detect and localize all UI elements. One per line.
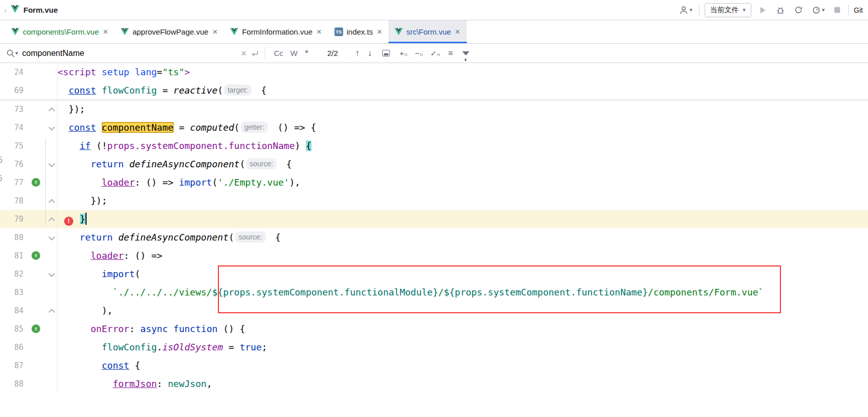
gutter[interactable]: 84 <box>0 302 57 320</box>
tab-label: index.ts <box>347 27 373 36</box>
code-text: formJson: newJson, <box>57 375 868 393</box>
debug-button[interactable] <box>774 4 787 17</box>
code-line[interactable]: 87 const { <box>0 356 868 375</box>
gutter[interactable]: 81↑ <box>0 247 57 265</box>
code-token: props.systemComponent.functionName <box>107 140 295 151</box>
search-in-selection-icon[interactable] <box>382 50 390 56</box>
search-input[interactable]: ▾ componentName × <box>6 49 260 58</box>
code-token: return <box>79 232 113 243</box>
code-line[interactable]: 69 const flowConfig = reactive(target: { <box>0 81 868 100</box>
code-line[interactable]: 84 ), <box>0 302 868 320</box>
line-number: 74 <box>0 118 23 137</box>
regex-toggle[interactable]: * <box>301 46 312 61</box>
gutter[interactable]: 80 <box>0 228 57 247</box>
code-token: }); <box>58 195 107 206</box>
code-text: return defineAsyncComponent(source: { <box>57 228 868 247</box>
new-line-icon[interactable] <box>250 49 260 58</box>
fold-up-icon[interactable] <box>48 107 54 113</box>
close-tab-icon[interactable]: × <box>102 27 108 36</box>
code-line[interactable]: 77↑ loader: () => import('./Empty.vue'), <box>0 173 868 192</box>
gutter[interactable]: 82 <box>0 265 57 283</box>
editor-tab[interactable]: approveFlowPage.vue× <box>115 20 224 43</box>
remove-occurrence-button[interactable]: − II <box>411 48 427 58</box>
code-text: loader: () => <box>57 247 868 265</box>
override-marker-icon[interactable]: ↑ <box>32 324 40 333</box>
previous-occurrence-button[interactable]: ↑ <box>351 47 364 59</box>
filter-icon[interactable] <box>462 51 469 55</box>
gutter[interactable]: 85↑ <box>0 320 57 338</box>
next-occurrence-button[interactable]: ↓ <box>363 47 376 59</box>
code-token: . <box>157 342 162 352</box>
gutter[interactable]: 76 <box>0 155 57 173</box>
editor-tab[interactable]: components\Form.vue× <box>5 20 115 43</box>
coverage-button[interactable] <box>792 4 805 16</box>
breadcrumb-chevron-icon[interactable]: › <box>4 6 7 14</box>
override-marker-icon[interactable]: ↑ <box>32 251 40 260</box>
code-token: ) <box>295 140 306 151</box>
gutter[interactable]: 86 <box>0 338 57 356</box>
fold-up-icon[interactable] <box>48 308 54 314</box>
editor[interactable]: 24<script setup lang="ts">69 const flowC… <box>0 63 868 417</box>
editor-tab[interactable]: FormInformation.vue× <box>224 20 328 43</box>
run-button[interactable] <box>757 4 769 16</box>
stop-button[interactable] <box>831 4 843 16</box>
code-token: reactive <box>174 85 218 96</box>
fold-down-icon[interactable] <box>48 272 54 278</box>
code-line[interactable]: 24<script setup lang="ts"> <box>0 63 868 81</box>
profiler-button[interactable]: ▾ <box>810 4 827 16</box>
gutter[interactable]: 79 <box>0 210 57 228</box>
fold-up-icon[interactable] <box>48 198 54 204</box>
close-tab-icon[interactable]: × <box>212 27 218 36</box>
git-widget[interactable]: Git <box>854 6 864 14</box>
editor-tab[interactable]: TSindex.ts× <box>328 20 389 43</box>
code-line[interactable]: 75 if (!props.systemComponent.functionNa… <box>0 137 868 155</box>
view-options-icon[interactable]: ≡ <box>444 48 457 59</box>
fold-up-icon[interactable] <box>48 217 54 223</box>
vue-file-icon <box>230 28 238 36</box>
code-line[interactable]: 73 }); <box>0 100 868 118</box>
code-line[interactable]: 76 return defineAsyncComponent(source: { <box>0 155 868 173</box>
match-case-toggle[interactable]: Cc <box>270 47 287 59</box>
code-line[interactable]: 88 formJson: newJson, <box>0 375 868 393</box>
search-button[interactable]: ▾ <box>6 49 18 58</box>
gutter[interactable]: 77↑ <box>0 173 57 192</box>
close-tab-icon[interactable]: × <box>455 27 461 36</box>
words-toggle[interactable]: W <box>287 47 301 59</box>
select-all-occurrences-button[interactable]: ✓ II <box>427 48 444 58</box>
code-token: ; <box>262 342 267 352</box>
code-line[interactable]: 74 const componentName = computed(getter… <box>0 118 868 137</box>
gutter[interactable]: 75 <box>0 137 57 155</box>
gutter[interactable]: 88 <box>0 375 57 393</box>
close-tab-icon[interactable]: × <box>316 27 322 36</box>
divider <box>848 5 849 16</box>
code-line[interactable]: 86 flowConfig.isOldSystem = true; <box>0 338 868 356</box>
code-token: ( <box>234 122 240 133</box>
editor-tab[interactable]: src\Form.vue× <box>388 20 466 43</box>
code-line[interactable]: 78 }); <box>0 192 868 210</box>
users-button[interactable]: ▾ <box>677 4 694 17</box>
code-token: lang <box>135 67 157 77</box>
override-marker-icon[interactable]: ↑ <box>32 178 40 187</box>
gutter[interactable]: 24 <box>0 63 57 81</box>
code-line[interactable]: 79 ! } <box>0 210 868 228</box>
gutter[interactable]: 87 <box>0 356 57 375</box>
code-token <box>58 305 102 316</box>
code-line[interactable]: 81↑ loader: () => <box>0 247 868 265</box>
run-config-selector[interactable]: 当前文件 ▾ <box>705 3 751 17</box>
code-line[interactable]: 85↑ onError: async function () { <box>0 320 868 338</box>
code-line[interactable]: 83 `./../../../views/${props.systemCompo… <box>0 283 868 302</box>
gutter[interactable]: 73 <box>0 100 57 118</box>
code-token <box>58 360 102 371</box>
close-tab-icon[interactable]: × <box>376 27 382 36</box>
gutter[interactable]: 74 <box>0 118 57 137</box>
clear-search-icon[interactable]: × <box>241 49 246 58</box>
fold-down-icon[interactable] <box>48 235 54 241</box>
add-occurrence-button[interactable]: + II <box>396 48 411 58</box>
code-line[interactable]: 80 return defineAsyncComponent(source: { <box>0 228 868 247</box>
code-line[interactable]: 82 import( <box>0 265 868 283</box>
gutter[interactable]: 83 <box>0 283 57 302</box>
gutter[interactable]: 69 <box>0 81 57 100</box>
gutter[interactable]: 78 <box>0 192 57 210</box>
fold-down-icon[interactable] <box>48 125 54 131</box>
fold-down-icon[interactable] <box>48 162 54 168</box>
